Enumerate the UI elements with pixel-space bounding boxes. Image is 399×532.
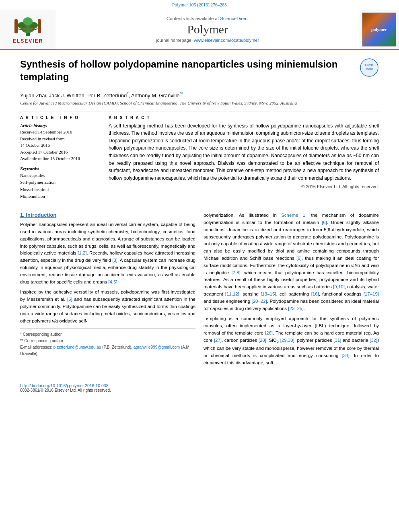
body-left-column: 1. Introduction Polymer nanocapsules rep…	[20, 212, 195, 370]
svg-point-4	[23, 17, 33, 25]
author-names: Yujian Zhai, Jack J. Whitten, Per B. Zet…	[20, 92, 183, 99]
available-date: Available online 18 October 2016	[20, 155, 101, 162]
article-title-section: Synthesis of hollow polydopamine nanopar…	[20, 58, 379, 87]
journal-homepage-link[interactable]: www.elsevier.com/locate/polymer	[194, 38, 259, 43]
received-date: Received 14 September 2016	[20, 129, 101, 136]
keywords-list: Nanocapsules Self-polymerization Mussel-…	[20, 172, 101, 200]
elsevier-wordmark: ELSEVIER	[13, 38, 43, 44]
affiliation: Centre for Advanced Macromolecular Desig…	[20, 101, 379, 105]
article-history: Article history: Received 14 September 2…	[20, 122, 101, 162]
keyword-3: Mussel-inspired	[20, 186, 101, 193]
footnote-email: E-mail addresses: p.zetterlund@unsw.edu.…	[20, 344, 195, 357]
body-right-paragraph-2: Templating is a commonly employed approa…	[204, 315, 379, 366]
intro-paragraph-1: Polymer nanocapsules represent an ideal …	[20, 221, 195, 286]
citation-text: Polymer 105 (2016) 276–283	[172, 2, 227, 7]
svg-rect-6	[38, 19, 41, 33]
elsevier-tree-icon	[14, 15, 42, 37]
svg-text:Mark: Mark	[366, 67, 373, 71]
svg-rect-5	[14, 19, 18, 33]
crossmark-icon: Cross Mark	[360, 58, 379, 77]
revised-label: Received in revised form	[20, 136, 101, 142]
article-history-label: Article history:	[20, 122, 101, 129]
body-right-paragraph-1: polymerization. As illustrated in Scheme…	[204, 212, 379, 312]
body-right-column: polymerization. As illustrated in Scheme…	[204, 212, 379, 370]
keyword-1: Nanocapsules	[20, 172, 101, 179]
journal-info-center: Contents lists available at ScienceDirec…	[56, 9, 359, 49]
main-content: Synthesis of hollow polydopamine nanopar…	[0, 50, 399, 378]
revised-date: 14 October 2016	[20, 142, 101, 149]
keywords-label: Keywords:	[20, 166, 101, 171]
journal-cover-image: polymer	[359, 9, 399, 49]
doi-link[interactable]: http://dx.doi.org/10.1016/j.polymer.2016…	[20, 383, 379, 388]
keywords-block: Keywords: Nanocapsules Self-polymerizati…	[20, 166, 101, 200]
abstract-column: A B S T R A C T A soft templating method…	[109, 115, 379, 200]
abstract-text: A soft templating method has been develo…	[109, 122, 379, 182]
footnote-star1: * Corresponding author.	[20, 331, 195, 338]
footnote-section: * Corresponding author. ** Corresponding…	[20, 329, 195, 357]
journal-cover-thumbnail: polymer	[362, 12, 396, 47]
email-link-2[interactable]: agranville999@gmail.com	[134, 345, 180, 349]
footnote-star2: ** Corresponding author.	[20, 338, 195, 344]
accepted-date: Accepted 17 October 2016	[20, 149, 101, 156]
citation-bar: Polymer 105 (2016) 276–283	[0, 0, 399, 9]
article-info-abstract: A R T I C L E I N F O Article history: R…	[20, 115, 379, 200]
svg-text:Cross: Cross	[365, 63, 374, 67]
body-section: 1. Introduction Polymer nanocapsules rep…	[20, 212, 379, 370]
section-divider	[20, 111, 379, 111]
keyword-2: Self-polymerization	[20, 179, 101, 186]
article-title: Synthesis of hollow polydopamine nanopar…	[20, 58, 356, 83]
journal-header: ELSEVIER Contents lists available at Sci…	[0, 9, 399, 50]
abstract-header: A B S T R A C T	[109, 115, 379, 120]
issn-line: 0032-3861/© 2016 Elsevier Ltd. All right…	[20, 388, 379, 392]
intro-title: 1. Introduction	[20, 212, 195, 218]
elsevier-logo: ELSEVIER	[13, 15, 43, 44]
intro-paragraph-2: Inspired by the adhesive versatility of …	[20, 289, 195, 325]
article-info-header: A R T I C L E I N F O	[20, 115, 101, 120]
sciencedirect-link[interactable]: ScienceDirect	[220, 16, 249, 21]
section-label: Introduction	[26, 212, 56, 218]
body-divider	[20, 206, 379, 206]
article-info-column: A R T I C L E I N F O Article history: R…	[20, 115, 101, 200]
section-number: 1.	[20, 212, 26, 218]
email-link-1[interactable]: p.zetterlund@unsw.edu.au	[53, 345, 101, 349]
journal-homepage: journal homepage: www.elsevier.com/locat…	[156, 38, 259, 43]
contents-line: Contents lists available at ScienceDirec…	[167, 16, 249, 21]
elsevier-logo-section: ELSEVIER	[0, 9, 56, 49]
journal-title: Polymer	[187, 23, 228, 36]
copyright-line: © 2016 Elsevier Ltd. All rights reserved…	[109, 184, 379, 189]
bottom-bar: http://dx.doi.org/10.1016/j.polymer.2016…	[0, 382, 399, 394]
authors: Yujian Zhai, Jack J. Whitten, Per B. Zet…	[20, 91, 379, 98]
keyword-4: Miniemulsion	[20, 193, 101, 200]
